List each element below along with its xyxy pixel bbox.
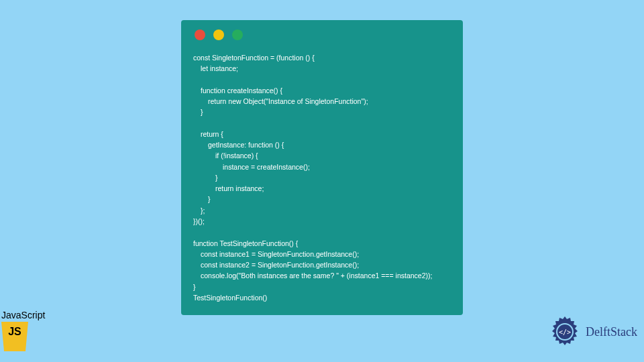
delftstack-badge: </> DelftStack — [548, 315, 637, 349]
maximize-icon[interactable] — [232, 29, 243, 40]
code-window: const SingletonFunction = (function () {… — [181, 20, 463, 315]
javascript-icon — [1, 322, 28, 351]
javascript-label: JavaScript — [1, 310, 45, 320]
svg-text:</>: </> — [559, 328, 571, 336]
delftstack-logo-icon: </> — [548, 315, 582, 349]
code-content: const SingletonFunction = (function () {… — [193, 52, 451, 303]
javascript-badge: JavaScript — [1, 310, 45, 351]
traffic-lights — [195, 29, 451, 40]
close-icon[interactable] — [195, 29, 205, 40]
minimize-icon[interactable] — [213, 29, 224, 40]
delftstack-label: DelftStack — [586, 325, 637, 339]
